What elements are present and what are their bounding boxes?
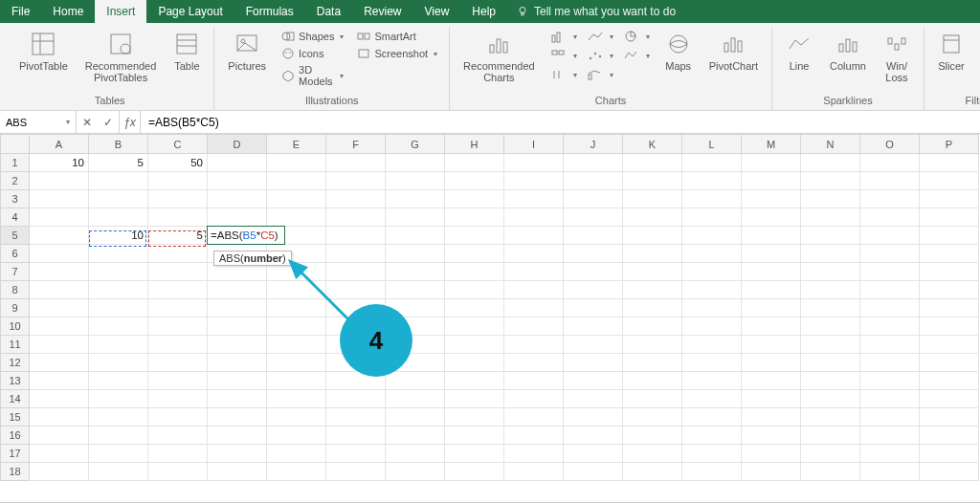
cell-B14[interactable] [89,390,148,408]
cell-J1[interactable] [564,154,623,172]
cell-L12[interactable] [682,354,742,372]
cell-O9[interactable] [860,299,920,317]
cell-E10[interactable] [267,317,326,336]
col-header-D[interactable]: D [208,135,267,154]
cell-L18[interactable] [682,463,742,481]
cell-I15[interactable] [504,408,564,426]
cell-K7[interactable] [623,263,682,281]
smartart-button[interactable]: SmartArt [355,29,439,44]
pictures-button[interactable]: Pictures [224,29,270,74]
tab-insert[interactable]: Insert [95,0,146,23]
cell-P3[interactable] [920,190,979,208]
cell-L11[interactable] [682,336,742,354]
cell-I9[interactable] [504,299,564,317]
cell-C4[interactable] [148,208,208,227]
tab-home[interactable]: Home [41,0,95,23]
col-header-K[interactable]: K [623,135,682,154]
cell-L3[interactable] [682,190,742,208]
chart-column-button[interactable]: ▾ [548,29,579,44]
cell-G7[interactable] [386,263,445,281]
cell-H18[interactable] [445,463,504,481]
cell-P1[interactable] [920,154,979,172]
sparkline-column-button[interactable]: Column [826,29,870,74]
cell-H14[interactable] [445,390,504,408]
cell-H1[interactable] [445,154,504,172]
chart-stock-button[interactable]: ▾ [548,67,579,82]
cell-C1[interactable]: 50 [148,154,208,172]
cell-K5[interactable] [623,227,682,245]
cell-O2[interactable] [860,172,920,190]
chart-pie-button[interactable]: ▾ [621,29,652,44]
cell-H7[interactable] [445,263,504,281]
fx-icon[interactable]: ƒx [120,111,141,133]
recommended-pivottables-button[interactable]: Recommended PivotTables [81,29,161,85]
cell-M14[interactable] [742,390,801,408]
cell-N3[interactable] [801,190,860,208]
row-header-7[interactable]: 7 [1,263,30,281]
cell-B15[interactable] [89,408,148,426]
cell-N11[interactable] [801,336,860,354]
tab-view[interactable]: View [413,0,461,23]
cell-P16[interactable] [920,426,979,445]
cell-L17[interactable] [682,445,742,463]
col-header-A[interactable]: A [30,135,89,154]
row-header-5[interactable]: 5 [1,227,30,245]
cell-E2[interactable] [267,172,326,190]
cell-B16[interactable] [89,426,148,445]
tab-formulas[interactable]: Formulas [234,0,305,23]
cell-M7[interactable] [742,263,801,281]
cell-A17[interactable] [30,445,89,463]
cell-D16[interactable] [208,426,267,445]
cell-K15[interactable] [623,408,682,426]
cell-I17[interactable] [504,445,564,463]
cell-A15[interactable] [30,408,89,426]
cell-N8[interactable] [801,281,860,299]
cell-M5[interactable] [742,227,801,245]
cell-K4[interactable] [623,208,682,227]
cell-A6[interactable] [30,245,89,263]
cell-C8[interactable] [148,281,208,299]
cell-D13[interactable] [208,372,267,390]
formula-input[interactable]: =ABS(B5*C5) [141,111,980,133]
cell-M2[interactable] [742,172,801,190]
cell-M9[interactable] [742,299,801,317]
cancel-formula-button[interactable]: ✕ [77,116,98,129]
chart-line-button[interactable]: ▾ [585,29,615,44]
cell-P15[interactable] [920,408,979,426]
cell-F4[interactable] [326,208,386,227]
cell-F2[interactable] [326,172,386,190]
cell-N2[interactable] [801,172,860,190]
cell-F6[interactable] [326,245,386,263]
cell-L5[interactable] [682,227,742,245]
cell-P11[interactable] [920,336,979,354]
cell-B1[interactable]: 5 [89,154,148,172]
cell-C16[interactable] [148,426,208,445]
cell-D18[interactable] [208,463,267,481]
cell-A3[interactable] [30,190,89,208]
cell-O1[interactable] [860,154,920,172]
tell-me-search[interactable]: Tell me what you want to do [507,0,685,23]
cell-C9[interactable] [148,299,208,317]
cell-K17[interactable] [623,445,682,463]
cell-O6[interactable] [860,245,920,263]
tab-page-layout[interactable]: Page Layout [146,0,234,23]
cell-A9[interactable] [30,299,89,317]
cell-H15[interactable] [445,408,504,426]
cell-D12[interactable] [208,354,267,372]
cell-E18[interactable] [267,463,326,481]
cell-C14[interactable] [148,390,208,408]
cell-O12[interactable] [860,354,920,372]
cell-D8[interactable] [208,281,267,299]
cell-N1[interactable] [801,154,860,172]
cell-M10[interactable] [742,317,801,336]
cell-B6[interactable] [89,245,148,263]
enter-formula-button[interactable]: ✓ [98,116,119,129]
cell-B18[interactable] [89,463,148,481]
col-header-L[interactable]: L [682,135,742,154]
tab-review[interactable]: Review [352,0,412,23]
name-box[interactable]: ABS▾ [0,111,77,133]
cell-F7[interactable] [326,263,386,281]
cell-N9[interactable] [801,299,860,317]
cell-L2[interactable] [682,172,742,190]
cell-E1[interactable] [267,154,326,172]
